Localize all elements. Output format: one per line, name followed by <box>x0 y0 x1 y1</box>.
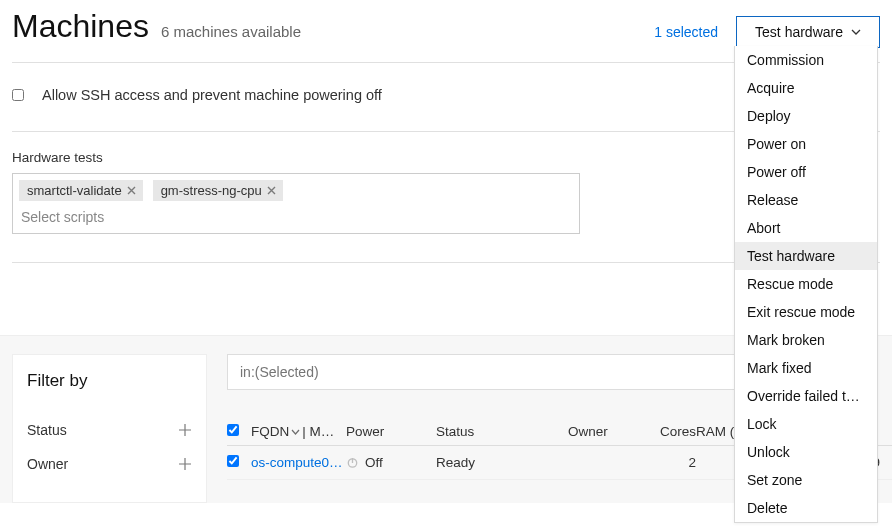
column-header-fqdn[interactable]: FQDN | M… <box>251 424 346 439</box>
chip-label: smartctl-validate <box>27 183 122 198</box>
selected-count[interactable]: 1 selected <box>654 24 718 40</box>
scripts-placeholder: Select scripts <box>19 205 573 227</box>
chip-label: gm-stress-ng-cpu <box>161 183 262 198</box>
action-dropdown-label: Test hardware <box>755 24 843 40</box>
chevron-down-icon <box>851 29 861 35</box>
chips-row: smartctl-validate gm-stress-ng-cpu <box>19 180 573 201</box>
chevron-down-icon <box>291 429 300 435</box>
row-checkbox[interactable] <box>227 455 239 467</box>
dropdown-item[interactable]: Unlock <box>735 438 877 466</box>
dropdown-item[interactable]: Power on <box>735 130 877 158</box>
hardware-tests-input[interactable]: smartctl-validate gm-stress-ng-cpu Selec… <box>12 173 580 234</box>
filter-item-label: Status <box>27 422 67 438</box>
power-cell: Off <box>346 455 436 470</box>
close-icon[interactable] <box>266 185 277 196</box>
page-title: Machines <box>12 8 149 45</box>
close-icon[interactable] <box>126 185 137 196</box>
column-header-power[interactable]: Power <box>346 424 436 439</box>
status-cell: Ready <box>436 455 568 470</box>
fqdn-link: os-compute0… <box>251 455 343 470</box>
dropdown-item[interactable]: Acquire <box>735 74 877 102</box>
dropdown-item[interactable]: Test hardware <box>735 242 877 270</box>
page-subtitle: 6 machines available <box>161 23 301 40</box>
script-chip: gm-stress-ng-cpu <box>153 180 283 201</box>
dropdown-item[interactable]: Commission <box>735 46 877 74</box>
dropdown-item[interactable]: Lock <box>735 410 877 438</box>
dropdown-item[interactable]: Abort <box>735 214 877 242</box>
column-header-owner[interactable]: Owner <box>568 424 658 439</box>
dropdown-item[interactable]: Override failed te… <box>735 382 877 410</box>
plus-icon <box>178 457 192 471</box>
column-header-cores[interactable]: Cores <box>658 424 696 439</box>
ssh-checkbox[interactable] <box>12 89 24 101</box>
select-all-cell <box>227 424 251 439</box>
dropdown-item[interactable]: Release <box>735 186 877 214</box>
script-chip: smartctl-validate <box>19 180 143 201</box>
fqdn-cell[interactable]: os-compute0… <box>251 455 346 470</box>
power-icon <box>346 456 359 469</box>
filter-item-owner[interactable]: Owner <box>27 447 192 481</box>
dropdown-item[interactable]: Exit rescue mode <box>735 298 877 326</box>
column-label: FQDN <box>251 424 289 439</box>
dropdown-item[interactable]: Delete <box>735 494 877 503</box>
filter-item-label: Owner <box>27 456 68 472</box>
ssh-label: Allow SSH access and prevent machine pow… <box>42 87 382 103</box>
dropdown-item[interactable]: Set zone <box>735 466 877 494</box>
power-value: Off <box>365 455 383 470</box>
dropdown-item[interactable]: Deploy <box>735 102 877 130</box>
filter-panel: Filter by Status Owner <box>12 354 207 503</box>
dropdown-item[interactable]: Mark fixed <box>735 354 877 382</box>
header-left: Machines 6 machines available <box>12 8 301 45</box>
row-checkbox-cell <box>227 455 251 470</box>
header-right: 1 selected Test hardware <box>654 16 880 48</box>
filter-item-status[interactable]: Status <box>27 413 192 447</box>
select-all-checkbox[interactable] <box>227 424 239 436</box>
column-suffix: | M… <box>302 424 334 439</box>
dropdown-item[interactable]: Power off <box>735 158 877 186</box>
filter-title: Filter by <box>27 371 192 391</box>
action-dropdown-menu: CommissionAcquireDeployPower onPower off… <box>734 46 878 503</box>
column-header-status[interactable]: Status <box>436 424 568 439</box>
cores-cell: 2 <box>658 455 696 470</box>
dropdown-item[interactable]: Mark broken <box>735 326 877 354</box>
plus-icon <box>178 423 192 437</box>
dropdown-item[interactable]: Rescue mode <box>735 270 877 298</box>
action-dropdown-button[interactable]: Test hardware <box>736 16 880 48</box>
